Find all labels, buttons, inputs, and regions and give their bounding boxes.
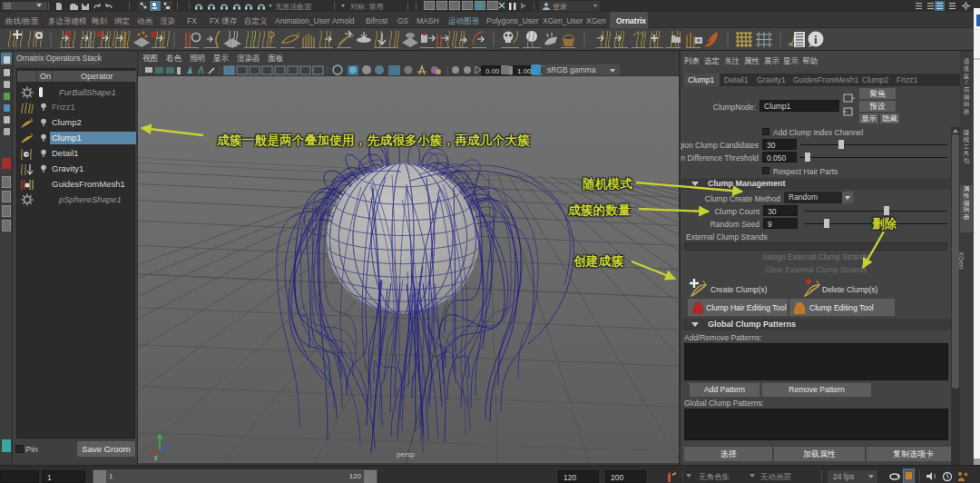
svg-text:y: y <box>154 454 158 461</box>
svg-text:%: % <box>789 42 794 47</box>
svg-text:i: i <box>814 33 818 46</box>
